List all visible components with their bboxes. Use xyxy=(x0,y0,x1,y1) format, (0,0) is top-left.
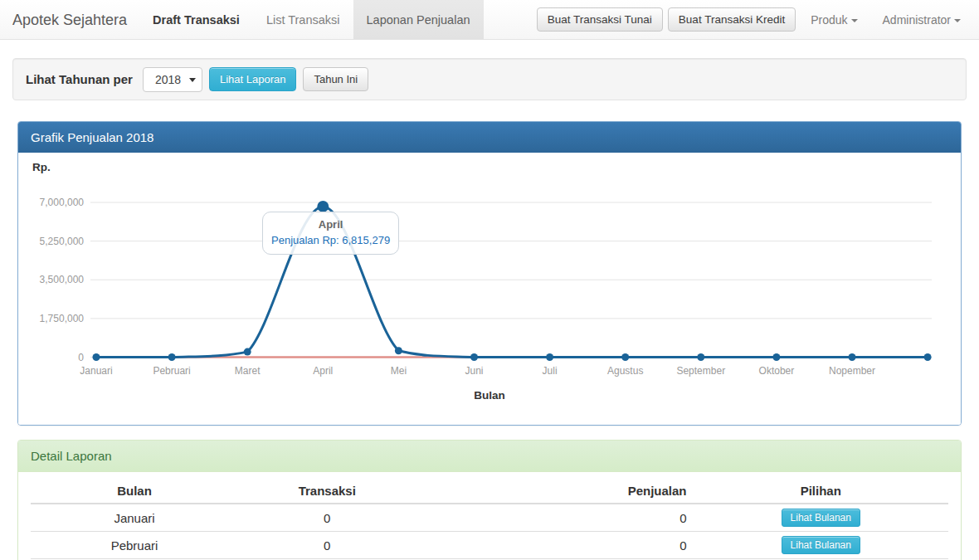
table-header-row: Bulan Transaksi Penjualan Pilihan xyxy=(31,479,948,504)
lihat-bulanan-button[interactable]: Lihat Bulanan xyxy=(782,536,860,554)
caret-down-icon xyxy=(851,19,858,22)
y-tick-label: 7,000,000 xyxy=(40,197,85,208)
table-row: Januari 0 0 Lihat Bulanan xyxy=(31,504,948,532)
grafik-penjualan-panel-body: Rp. 01,750,0003,500,0005,250,0007,000,00… xyxy=(18,153,961,425)
data-point[interactable] xyxy=(244,348,251,356)
data-point[interactable] xyxy=(546,353,553,361)
tahun-ini-button[interactable]: Tahun Ini xyxy=(303,67,368,91)
cell-pilihan: Lihat Bulanan xyxy=(694,532,948,559)
chart-tooltip-value: Penjualan Rp: 6,815,279 xyxy=(271,234,390,246)
administrator-dropdown-label: Administrator xyxy=(883,13,951,27)
detail-laporan-panel-title: Detail Laporan xyxy=(18,441,961,472)
column-header-bulan: Bulan xyxy=(31,479,238,504)
data-point[interactable] xyxy=(697,353,704,361)
x-tick-label: Juni xyxy=(465,365,483,377)
column-header-transaksi: Transaksi xyxy=(238,479,416,504)
caret-down-icon xyxy=(954,19,961,22)
x-tick-label: September xyxy=(676,365,725,377)
x-tick-label: Pebruari xyxy=(153,365,190,377)
x-tick-label: Nopember xyxy=(829,365,875,377)
filter-label: Lihat Tahunan per xyxy=(26,72,133,86)
administrator-dropdown[interactable]: Administrator xyxy=(873,0,971,40)
x-axis-title: Bulan xyxy=(31,389,948,402)
nav-item-laporan-penjualan[interactable]: Laponan Penjualan xyxy=(353,0,484,39)
data-point[interactable] xyxy=(317,201,329,212)
data-point[interactable] xyxy=(772,353,780,361)
year-select-wrap: 2018 xyxy=(143,67,202,92)
produk-dropdown-label: Produk xyxy=(811,13,847,27)
chart-tooltip: April Penjualan Rp: 6,815,279 xyxy=(262,212,399,255)
detail-laporan-panel: Detail Laporan Bulan Transaksi Penjualan… xyxy=(17,440,962,560)
cell-transaksi: 0 xyxy=(238,532,416,559)
column-header-pilihan: Pilihan xyxy=(694,479,948,504)
cell-pilihan: Lihat Bulanan xyxy=(694,504,948,532)
y-tick-label: 0 xyxy=(78,352,84,363)
buat-transaksi-tunai-button[interactable]: Buat Transaksi Tunai xyxy=(537,7,663,32)
lihat-bulanan-button[interactable]: Lihat Bulanan xyxy=(782,509,860,527)
cell-penjualan: 0 xyxy=(416,532,694,559)
data-point[interactable] xyxy=(470,353,478,361)
chart-area: 01,750,0003,500,0005,250,0007,000,000Jan… xyxy=(31,175,950,384)
top-navbar: Apotek Sejahtera Draft Transaksi List Tr… xyxy=(0,0,979,40)
data-point[interactable] xyxy=(395,347,402,354)
x-tick-label: Januari xyxy=(80,365,112,377)
detail-laporan-table: Bulan Transaksi Penjualan Pilihan Januar… xyxy=(31,479,948,559)
nav-item-list-transaksi[interactable]: List Transaksi xyxy=(253,0,353,39)
column-header-penjualan: Penjualan xyxy=(416,479,694,504)
main-content: Lihat Tahunan per 2018 Lihat Laporan Tah… xyxy=(0,40,979,560)
grafik-penjualan-panel: Grafik Penjualan 2018 Rp. 01,750,0003,50… xyxy=(17,121,962,426)
table-row: Pebruari 0 0 Lihat Bulanan xyxy=(31,532,948,559)
sales-line-chart: 01,750,0003,500,0005,250,0007,000,000Jan… xyxy=(31,175,950,384)
cell-transaksi: 0 xyxy=(238,504,416,532)
x-tick-label: April xyxy=(313,365,333,377)
data-point[interactable] xyxy=(621,353,629,361)
year-filter-bar: Lihat Tahunan per 2018 Lihat Laporan Tah… xyxy=(12,58,967,100)
cell-bulan: Januari xyxy=(31,504,238,532)
y-tick-label: 1,750,000 xyxy=(40,313,85,324)
data-point[interactable] xyxy=(924,353,932,361)
y-tick-label: 5,250,000 xyxy=(40,236,85,247)
x-tick-label: Agustus xyxy=(607,365,643,377)
y-tick-label: 3,500,000 xyxy=(40,274,85,285)
produk-dropdown[interactable]: Produk xyxy=(801,0,867,40)
buat-transaksi-kredit-button[interactable]: Buat Transaksi Kredit xyxy=(668,7,796,32)
cell-penjualan: 0 xyxy=(416,504,694,532)
x-tick-label: Juli xyxy=(543,365,558,377)
chart-tooltip-title: April xyxy=(271,218,390,231)
year-select[interactable]: 2018 xyxy=(143,67,202,92)
brand-link[interactable]: Apotek Sejahtera xyxy=(0,0,139,39)
navbar-right-group: Buat Transaksi Tunai Buat Transaksi Kred… xyxy=(537,0,979,39)
cell-bulan: Pebruari xyxy=(31,532,238,559)
y-axis-title: Rp. xyxy=(32,161,948,173)
data-point[interactable] xyxy=(93,353,100,361)
data-point[interactable] xyxy=(168,353,176,361)
x-tick-label: Mei xyxy=(391,365,407,377)
lihat-laporan-button[interactable]: Lihat Laporan xyxy=(209,67,297,91)
x-tick-label: Oktober xyxy=(759,365,795,377)
data-point[interactable] xyxy=(849,353,856,361)
x-tick-label: Maret xyxy=(235,365,261,377)
grafik-penjualan-panel-title: Grafik Penjualan 2018 xyxy=(18,122,961,153)
detail-laporan-panel-body: Bulan Transaksi Penjualan Pilihan Januar… xyxy=(18,472,961,560)
nav-item-draft-transaksi[interactable]: Draft Transaksi xyxy=(139,0,253,39)
sales-series-line xyxy=(96,207,928,358)
